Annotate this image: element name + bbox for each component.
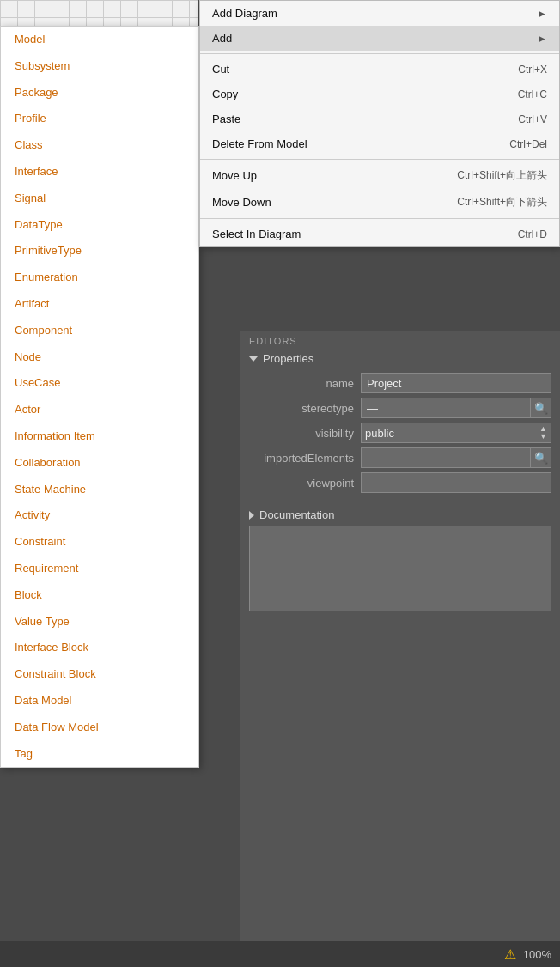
prop-input-stereotype[interactable] [361, 398, 531, 418]
menu-item-copy[interactable]: CopyCtrl+C [200, 82, 559, 106]
context-menu-item-actor[interactable]: Actor [1, 397, 198, 423]
prop-label-name: name [249, 377, 361, 390]
dropdown-menu: Add Diagram►Add►CutCtrl+XCopyCtrl+CPaste… [199, 0, 560, 247]
documentation-header[interactable]: Documentation [240, 504, 560, 526]
prop-row-name: name [249, 373, 551, 393]
context-menu-item-class[interactable]: Class [1, 132, 198, 159]
editors-panel: EDITORS Properties name stereotype 🔍 vi [240, 331, 560, 941]
menu-item-label-move-down: Move Down [212, 196, 271, 209]
menu-item-cut[interactable]: CutCtrl+X [200, 57, 559, 82]
menu-item-label-add: Add [212, 32, 232, 45]
documentation-section: Documentation [240, 504, 560, 611]
context-menu-item-collaboration[interactable]: Collaboration [1, 450, 198, 477]
menu-item-shortcut-select-diagram: Ctrl+D [518, 228, 547, 240]
status-bar: ⚠ 100% [0, 941, 560, 967]
menu-item-shortcut-add: ► [537, 33, 547, 45]
prop-label-viewpoint: viewpoint [249, 477, 361, 490]
context-menu-item-primitivetype[interactable]: PrimitiveType [1, 238, 198, 265]
context-menu-item-signal[interactable]: Signal [1, 185, 198, 212]
context-menu-item-component[interactable]: Component [1, 318, 198, 344]
menu-separator-sep3 [200, 218, 559, 219]
menu-item-shortcut-copy: Ctrl+C [518, 88, 547, 100]
prop-value-box-importedelements: 🔍 [361, 447, 551, 468]
context-menu-item-enumeration[interactable]: Enumeration [1, 265, 198, 291]
grid-background [0, 0, 198, 26]
menu-separator-sep1 [200, 53, 559, 54]
context-menu-item-constraint[interactable]: Constraint [1, 529, 198, 556]
context-menu-item-block[interactable]: Block [1, 582, 198, 609]
search-importedelements-button[interactable]: 🔍 [531, 447, 551, 468]
menu-item-add[interactable]: Add► [200, 26, 559, 51]
context-menu: ModelSubsystemPackageProfileClassInterfa… [0, 26, 199, 768]
documentation-label: Documentation [259, 508, 334, 521]
menu-item-label-move-up: Move Up [212, 169, 257, 182]
menu-item-label-delete: Delete From Model [212, 137, 307, 150]
prop-row-stereotype: stereotype 🔍 [249, 398, 551, 418]
context-menu-item-tag[interactable]: Tag [1, 741, 198, 768]
context-menu-item-interface-block[interactable]: Interface Block [1, 635, 198, 661]
context-menu-item-profile[interactable]: Profile [1, 106, 198, 132]
menu-item-move-up[interactable]: Move UpCtrl+Shift+向上箭头 [200, 162, 559, 189]
menu-item-shortcut-cut: Ctrl+X [518, 64, 547, 76]
search-stereotype-button[interactable]: 🔍 [531, 398, 551, 418]
properties-label: Properties [263, 352, 313, 365]
menu-item-paste[interactable]: PasteCtrl+V [200, 106, 559, 131]
prop-label-visibility: visibility [249, 427, 361, 440]
properties-grid: name stereotype 🔍 visibility public ▲ ▼ [240, 369, 560, 504]
context-menu-item-value-type[interactable]: Value Type [1, 609, 198, 636]
context-menu-item-data-model[interactable]: Data Model [1, 688, 198, 715]
context-menu-item-model[interactable]: Model [1, 27, 198, 53]
prop-label-importedelements: importedElements [249, 452, 361, 465]
collapse-icon [249, 356, 258, 362]
prop-input-name[interactable] [361, 373, 551, 393]
context-menu-item-requirement[interactable]: Requirement [1, 556, 198, 582]
prop-value-box-stereotype: 🔍 [361, 398, 551, 418]
expand-icon [249, 511, 254, 520]
menu-item-label-add-diagram: Add Diagram [212, 7, 277, 20]
warning-icon: ⚠ [504, 946, 516, 963]
context-menu-item-artifact[interactable]: Artifact [1, 291, 198, 318]
menu-item-shortcut-move-up: Ctrl+Shift+向上箭头 [457, 168, 547, 183]
visibility-arrows: ▲ ▼ [539, 425, 547, 441]
menu-item-label-cut: Cut [212, 63, 229, 76]
menu-item-select-diagram[interactable]: Select In DiagramCtrl+D [200, 222, 559, 246]
zoom-label: 100% [523, 948, 551, 961]
prop-input-importedelements[interactable] [361, 447, 531, 468]
documentation-content[interactable] [249, 526, 551, 611]
prop-input-viewpoint[interactable] [361, 472, 551, 493]
menu-item-label-select-diagram: Select In Diagram [212, 228, 301, 240]
context-menu-item-constraint-block[interactable]: Constraint Block [1, 661, 198, 688]
properties-section: Properties name stereotype 🔍 visibility … [240, 348, 560, 504]
menu-item-label-paste: Paste [212, 113, 240, 125]
menu-item-shortcut-paste: Ctrl+V [518, 113, 547, 125]
menu-item-delete[interactable]: Delete From ModelCtrl+Del [200, 131, 559, 156]
menu-item-add-diagram[interactable]: Add Diagram► [200, 1, 559, 26]
visibility-select[interactable]: public ▲ ▼ [361, 423, 551, 443]
menu-item-shortcut-move-down: Ctrl+Shift+向下箭头 [457, 195, 547, 210]
context-menu-item-usecase[interactable]: UseCase [1, 370, 198, 397]
prop-row-viewpoint: viewpoint [249, 472, 551, 493]
menu-separator-sep2 [200, 159, 559, 160]
context-menu-item-information-item[interactable]: Information Item [1, 423, 198, 450]
editors-title: EDITORS [240, 331, 560, 348]
prop-label-stereotype: stereotype [249, 402, 361, 415]
context-menu-item-node[interactable]: Node [1, 344, 198, 371]
properties-header[interactable]: Properties [240, 348, 560, 369]
visibility-value: public [365, 427, 394, 440]
menu-item-label-copy: Copy [212, 88, 238, 100]
menu-item-move-down[interactable]: Move DownCtrl+Shift+向下箭头 [200, 189, 559, 216]
context-menu-item-activity[interactable]: Activity [1, 502, 198, 529]
context-menu-item-subsystem[interactable]: Subsystem [1, 53, 198, 80]
context-menu-item-interface[interactable]: Interface [1, 159, 198, 185]
context-menu-item-package[interactable]: Package [1, 80, 198, 106]
context-menu-item-datatype[interactable]: DataType [1, 212, 198, 239]
menu-item-shortcut-add-diagram: ► [537, 8, 547, 20]
menu-item-shortcut-delete: Ctrl+Del [509, 138, 547, 150]
context-menu-item-data-flow-model[interactable]: Data Flow Model [1, 715, 198, 741]
context-menu-item-state-machine[interactable]: State Machine [1, 477, 198, 503]
prop-row-importedelements: importedElements 🔍 [249, 447, 551, 468]
prop-row-visibility: visibility public ▲ ▼ [249, 423, 551, 443]
